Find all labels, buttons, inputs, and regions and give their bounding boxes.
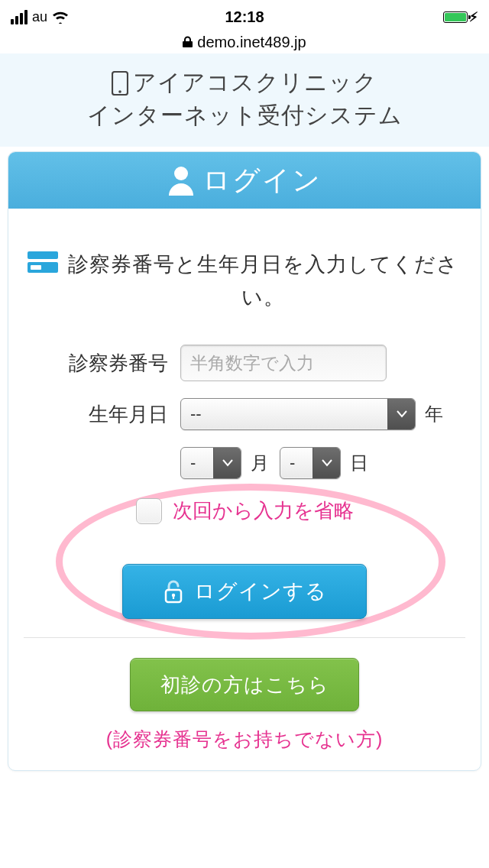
page-subtitle: インターネット受付システム [0, 100, 489, 131]
carrier-label: au [32, 9, 47, 25]
id-card-icon [28, 251, 58, 273]
year-select-value: -- [190, 404, 387, 424]
birth-label: 生年月日 [24, 401, 180, 428]
first-visit-note: (診察券番号をお持ちでない方) [24, 727, 465, 752]
signal-icon [11, 10, 28, 24]
day-select-value: - [290, 453, 313, 473]
month-unit: 月 [251, 451, 269, 475]
card-header: ログイン [8, 152, 481, 209]
svg-rect-5 [31, 265, 41, 270]
card-number-label: 診察券番号 [24, 350, 180, 377]
first-visit-button[interactable]: 初診の方はこちら [130, 658, 359, 711]
month-select-value: - [190, 453, 213, 473]
day-unit: 日 [350, 451, 368, 475]
login-button-label: ログインする [194, 578, 327, 605]
svg-point-1 [118, 90, 121, 93]
month-select[interactable]: - [180, 447, 241, 479]
page-header: アイアコスクリニック インターネット受付システム [0, 53, 489, 147]
divider [24, 637, 465, 638]
person-icon [167, 165, 195, 196]
chevron-down-icon [213, 448, 241, 478]
chevron-down-icon [387, 399, 415, 429]
status-left: au [11, 9, 69, 25]
svg-rect-8 [173, 595, 174, 599]
url-text: demo.inet489.jp [197, 34, 306, 51]
svg-point-2 [174, 167, 188, 180]
instruction-text: 診察券番号と生年月日を入力してください。 [64, 248, 461, 314]
status-right: ⚡︎ [443, 9, 478, 25]
lock-open-icon [162, 579, 185, 604]
status-time: 12:18 [225, 8, 264, 26]
clinic-name: アイアコスクリニック [133, 67, 377, 99]
remember-checkbox[interactable] [136, 498, 162, 524]
status-bar: au 12:18 ⚡︎ [0, 0, 489, 31]
wifi-icon [52, 10, 69, 24]
card-number-input[interactable] [180, 345, 387, 381]
card-title: ログイン [202, 162, 322, 199]
lock-icon [183, 36, 193, 48]
first-visit-button-label: 初診の方はこちら [160, 672, 329, 698]
remember-label: 次回から入力を省略 [173, 497, 354, 524]
chevron-down-icon [313, 448, 340, 478]
day-select[interactable]: - [280, 447, 341, 479]
svg-rect-3 [28, 251, 58, 259]
login-button[interactable]: ログインする [122, 564, 367, 619]
login-card: ログイン 診察券番号と生年月日を入力してください。 診察券番号 生年月日 [8, 151, 481, 771]
smartphone-icon [112, 71, 128, 96]
battery-icon [443, 11, 468, 23]
year-unit: 年 [425, 402, 443, 426]
url-bar[interactable]: demo.inet489.jp [0, 31, 489, 53]
year-select[interactable]: -- [180, 398, 416, 430]
